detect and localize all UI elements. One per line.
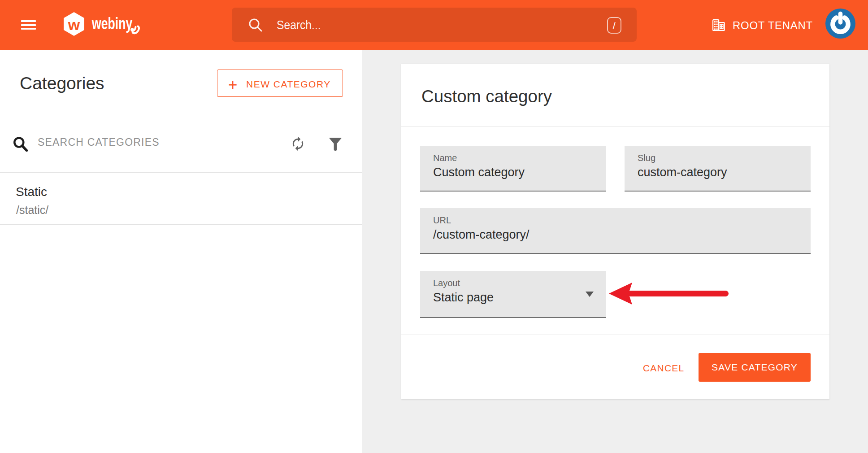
svg-text:w: w (68, 16, 80, 33)
